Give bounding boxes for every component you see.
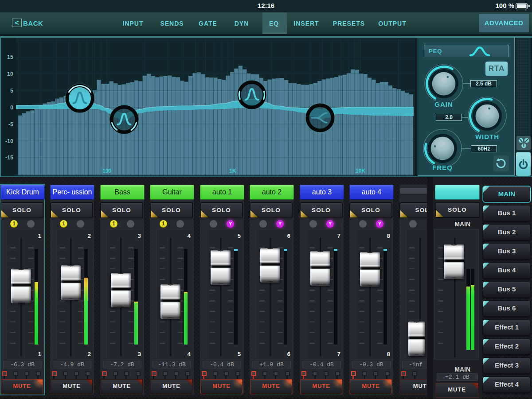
- svg-text:-5: -5: [8, 121, 13, 128]
- svg-text:1K: 1K: [229, 168, 236, 174]
- svg-text:-15: -15: [5, 155, 13, 161]
- svg-text:15: 15: [7, 54, 13, 60]
- svg-text:100: 100: [102, 168, 111, 174]
- svg-text:0: 0: [10, 105, 13, 111]
- svg-text:WIDTH: WIDTH: [475, 133, 499, 140]
- svg-text:10: 10: [7, 71, 13, 77]
- svg-text:5: 5: [10, 88, 13, 94]
- svg-text:GAIN: GAIN: [434, 101, 453, 108]
- svg-text:FREQ: FREQ: [432, 164, 453, 171]
- svg-text:-10: -10: [5, 138, 13, 144]
- svg-text:10K: 10K: [356, 168, 365, 174]
